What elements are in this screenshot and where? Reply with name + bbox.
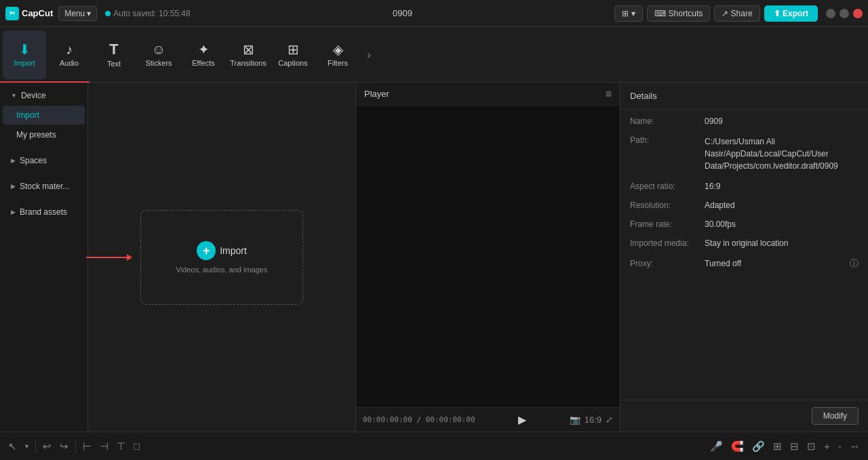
captions-toolbar-icon: ⊞ [288,43,299,56]
sidebar-stock-label: Stock mater... [20,182,69,191]
detail-value-path: C:/Users/Usman Ali Nasir/AppData/Local/C… [705,135,859,172]
zoom-out-button[interactable]: - [835,438,844,455]
effects-toolbar-icon: ✦ [198,43,210,56]
toolbar-import[interactable]: ⬇ Import [3,30,46,79]
crop-button[interactable]: ⊤ [114,438,128,455]
app-logo-icon: ✂ [5,7,19,20]
redo-button[interactable]: ↪ [57,438,71,455]
delete-button[interactable]: ⊣ [97,438,111,455]
sidebar-item-device[interactable]: ▼ Device [3,86,85,105]
select-tool-dropdown[interactable]: ▾ [22,440,31,453]
magnet-button[interactable]: 🧲 [728,438,747,455]
import-toolbar-label: Import [14,59,35,67]
align-button[interactable]: ⊟ [787,438,802,455]
share-button[interactable]: ↗ Share [714,5,760,22]
split-button[interactable]: ⊢ [80,438,94,455]
import-plus-icon: + [197,241,216,260]
detail-row-framerate: Frame rate: 30.00fps [630,219,859,229]
sidebar-item-brand-assets[interactable]: ▶ Brand assets [3,203,85,222]
preview-button[interactable]: ⊡ [804,438,818,455]
detail-row-resolution: Resolution: Adapted [630,201,859,210]
import-content-area: + Import Videos, audios, and images [88,83,355,432]
detail-key-aspect: Aspect ratio: [630,182,705,191]
fullscreen-button[interactable]: ⤢ [606,415,613,425]
stickers-toolbar-label: Stickers [145,59,172,67]
import-drop-zone[interactable]: + Import Videos, audios, and images [140,210,303,305]
main-area: ▼ Device Import My presets ▶ Spaces ▶ [0,83,868,432]
detail-value-proxy: Turned off [705,259,847,268]
share-icon: ↗ [722,9,728,18]
app-name: CapCut [22,8,53,18]
shortcuts-icon: ⌨ [654,9,666,18]
trim-button[interactable]: □ [131,438,142,455]
export-button[interactable]: ⬆ Export [764,5,818,22]
toolbar-more-button[interactable]: › [361,30,377,79]
detail-key-framerate: Frame rate: [630,219,705,229]
detail-value-framerate: 30.00fps [705,219,859,229]
snap-button[interactable]: ⊞ [770,438,785,455]
autosave-dot-icon [105,11,111,16]
close-button[interactable] [853,9,863,18]
sidebar-item-spaces[interactable]: ▶ Spaces [3,151,85,170]
toolbar-stickers[interactable]: ☺ Stickers [137,30,180,79]
proxy-info-icon[interactable]: ⓘ [850,257,859,270]
undo-button[interactable]: ↩ [40,438,54,455]
player-menu-icon[interactable]: ≡ [606,88,612,100]
sidebar-brand-section: ▶ Brand assets [0,199,87,225]
sidebar-spaces-label: Spaces [20,156,47,165]
screenshot-button[interactable]: 📷 [570,415,580,425]
minimize-button[interactable] [826,9,835,18]
details-panel: Details Name: 0909 Path: C:/Users/Usman … [620,83,868,432]
fit-button[interactable]: ↔ [847,438,863,455]
link-button[interactable]: 🔗 [749,438,768,455]
player-canvas [356,106,620,407]
toolbar-transitions[interactable]: ⊠ Transitions [226,30,270,79]
details-title: Details [630,91,657,101]
layout-chevron-icon: ▾ [631,9,635,18]
detail-key-imported-media: Imported media: [630,238,705,248]
top-right-controls: ⊞ ▾ ⌨ Shortcuts ↗ Share ⬆ Export [614,5,863,22]
toolbar-effects[interactable]: ✦ Effects [182,30,225,79]
modify-button[interactable]: Modify [812,407,859,425]
details-footer: Modify [620,400,868,432]
sidebar-my-presets-label: My presets [16,130,56,140]
sidebar-item-stock[interactable]: ▶ Stock mater... [3,177,85,196]
toolbar-text[interactable]: T Text [92,30,136,79]
aspect-ratio-button[interactable]: 16:9 [585,415,601,425]
layout-icon: ⊞ [622,9,629,18]
autosave-text: Auto saved: 10:55:48 [113,9,190,18]
shortcuts-button[interactable]: ⌨ Shortcuts [647,5,710,22]
sidebar-item-my-presets[interactable]: My presets [3,125,85,144]
mic-button[interactable]: 🎤 [707,438,726,455]
stock-chevron-icon: ▶ [11,183,16,190]
layout-button[interactable]: ⊞ ▾ [614,5,643,22]
sidebar-item-import[interactable]: Import [3,106,85,125]
export-label: Export [783,9,808,18]
toolbar-captions[interactable]: ⊞ Captions [271,30,315,79]
window-controls [826,9,863,18]
player-timecode: 00:00:00:00 / 00:00:00:00 [363,415,475,424]
menu-button[interactable]: Menu ▾ [58,6,97,21]
maximize-button[interactable] [840,9,849,18]
toolbar-filters[interactable]: ◈ Filters [316,30,359,79]
menu-label: Menu [64,9,85,18]
audio-toolbar-label: Audio [60,59,79,67]
select-tool-button[interactable]: ↖ [5,438,20,455]
player-header: Player ≡ [356,83,620,106]
detail-row-name: Name: 0909 [630,117,859,126]
import-box-sublabel: Videos, audios, and images [176,266,268,274]
stickers-toolbar-icon: ☺ [152,43,165,56]
detail-key-proxy: Proxy: [630,259,705,268]
detail-row-imported-media: Imported media: Stay in original locatio… [630,238,859,248]
device-chevron-icon: ▼ [11,92,17,99]
toolbar-audio[interactable]: ♪ Audio [47,30,91,79]
import-toolbar-icon: ⬇ [19,43,31,56]
zoom-in-button[interactable]: + [821,438,833,455]
top-bar: ✂ CapCut Menu ▾ Auto saved: 10:55:48 090… [0,0,868,27]
transitions-toolbar-label: Transitions [230,59,266,67]
sidebar-brand-label: Brand assets [20,207,67,217]
import-box-label: + Import [197,241,247,260]
sidebar-device-section: ▼ Device Import My presets [0,83,87,148]
play-button[interactable]: ▶ [514,412,530,428]
spaces-chevron-icon: ▶ [11,157,16,164]
